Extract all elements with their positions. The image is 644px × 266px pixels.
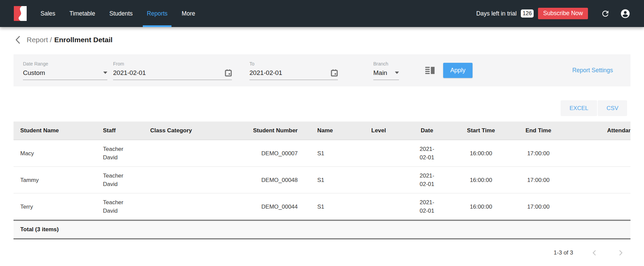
to-date-field[interactable]: To 2021-02-01 — [249, 61, 338, 80]
cell-student-name: Tammy — [14, 167, 96, 193]
export-csv-button[interactable]: CSV — [598, 100, 627, 116]
col-header-end-time: End Time — [510, 122, 567, 140]
calendar-icon — [225, 69, 232, 77]
cell-date: 2021-02-01 — [402, 167, 452, 193]
back-button[interactable] — [15, 36, 20, 44]
cell-date: 2021-02-01 — [402, 193, 452, 220]
table-row: Macy Teacher David DEMO_00007 S1 2021-02… — [14, 140, 630, 167]
table-row: Terry Teacher David DEMO_00044 S1 2021-0… — [14, 193, 630, 220]
total-label: Total (3 items) — [20, 226, 59, 233]
to-date-value: 2021-02-01 — [249, 69, 282, 77]
date-range-label: Date Range — [23, 61, 107, 66]
date-text: 2021-02-01 — [418, 145, 436, 162]
from-label: From — [113, 61, 232, 66]
table-total-row: Total (3 items) — [14, 220, 630, 239]
branch-field[interactable]: Branch Main — [373, 61, 399, 80]
branch-value: Main — [373, 69, 387, 77]
cell-attendance — [567, 193, 630, 220]
cell-name: S1 — [300, 167, 354, 193]
staff-text: Teacher David — [103, 145, 127, 162]
cell-level — [354, 167, 402, 193]
cell-student-name: Terry — [14, 193, 96, 220]
nav-item-label: Reports — [147, 10, 167, 17]
col-header-attendance: Attendance — [567, 122, 630, 140]
top-navbar: Sales Timetable Students Reports More Da… — [0, 0, 644, 27]
col-header-name: Name — [300, 122, 354, 140]
cell-staff: Teacher David — [96, 193, 143, 220]
cell-class-category — [143, 193, 203, 220]
cell-name: S1 — [300, 193, 354, 220]
list-panel-icon — [425, 66, 435, 74]
cell-start-time: 16:00:00 — [452, 140, 510, 167]
cell-attendance — [567, 140, 630, 167]
cell-name: S1 — [300, 140, 354, 167]
cell-staff: Teacher David — [96, 167, 143, 193]
date-range-field[interactable]: Date Range Custom — [23, 61, 107, 80]
cell-class-category — [143, 167, 203, 193]
date-text: 2021-02-01 — [418, 198, 436, 215]
cell-student-number: DEMO_00007 — [203, 140, 300, 167]
cell-end-time: 17:00:00 — [510, 193, 567, 220]
cell-attendance — [567, 167, 630, 193]
cell-student-number: DEMO_00044 — [203, 193, 300, 220]
report-settings-link[interactable]: Report Settings — [572, 67, 613, 74]
nav-item-label: Students — [109, 10, 133, 17]
account-circle-icon — [620, 8, 630, 19]
export-excel-button[interactable]: EXCEL — [561, 100, 597, 116]
cell-class-category — [143, 140, 203, 167]
cell-date: 2021-02-01 — [402, 140, 452, 167]
cell-end-time: 17:00:00 — [510, 140, 567, 167]
chevron-down-icon — [103, 72, 107, 74]
account-button[interactable] — [620, 8, 630, 19]
date-range-value: Custom — [23, 69, 45, 77]
enrollment-table: Student Name Staff Class Category Studen… — [14, 122, 630, 220]
refresh-button[interactable] — [601, 9, 610, 18]
brand-logo[interactable] — [12, 6, 28, 21]
apply-button[interactable]: Apply — [443, 63, 473, 78]
navbar-right: Days left in trial 126 Subscribe Now — [476, 8, 630, 19]
nav-item-label: Sales — [41, 10, 55, 17]
page-title: Enrollment Detail — [54, 36, 113, 44]
chevron-right-icon — [617, 249, 624, 257]
main-nav: Sales Timetable Students Reports More — [33, 0, 202, 27]
nav-item-students[interactable]: Students — [102, 0, 140, 27]
table-header-row: Student Name Staff Class Category Studen… — [14, 122, 630, 140]
col-header-class-category: Class Category — [143, 122, 203, 140]
nav-item-timetable[interactable]: Timetable — [62, 0, 102, 27]
date-text: 2021-02-01 — [418, 171, 436, 188]
to-label: To — [249, 61, 338, 66]
column-layout-button[interactable] — [425, 66, 435, 74]
nav-item-sales[interactable]: Sales — [33, 0, 62, 27]
nav-item-label: Timetable — [70, 10, 95, 17]
col-header-student-number: Student Number — [203, 122, 300, 140]
nav-item-more[interactable]: More — [175, 0, 202, 27]
chevron-left-icon — [591, 249, 598, 257]
pagination-next-button[interactable] — [617, 249, 624, 257]
col-header-start-time: Start Time — [452, 122, 510, 140]
cell-level — [354, 140, 402, 167]
staff-text: Teacher David — [103, 198, 127, 215]
cell-end-time: 17:00:00 — [510, 167, 567, 193]
nav-item-reports[interactable]: Reports — [140, 0, 175, 27]
cell-level — [354, 193, 402, 220]
cell-staff: Teacher David — [96, 140, 143, 167]
cell-start-time: 16:00:00 — [452, 167, 510, 193]
nav-item-label: More — [182, 10, 195, 17]
trial-days-label: Days left in trial — [476, 10, 517, 17]
trial-days-badge: 126 — [521, 9, 534, 18]
refresh-icon — [601, 9, 610, 18]
pagination-prev-button[interactable] — [591, 249, 598, 257]
pagination-range: 1-3 of 3 — [554, 249, 573, 256]
subscribe-now-button[interactable]: Subscribe Now — [538, 8, 588, 19]
cell-start-time: 16:00:00 — [452, 193, 510, 220]
from-date-field[interactable]: From 2021-02-01 — [113, 61, 232, 80]
col-header-level: Level — [354, 122, 402, 140]
calendar-icon — [331, 69, 338, 77]
cell-student-name: Macy — [14, 140, 96, 167]
chevron-down-icon — [395, 72, 399, 74]
breadcrumb-parent[interactable]: Report / — [27, 36, 52, 44]
col-header-date: Date — [402, 122, 452, 140]
staff-text: Teacher David — [103, 171, 127, 188]
breadcrumb: Report / Enrollment Detail — [15, 36, 630, 44]
from-date-value: 2021-02-01 — [113, 69, 146, 77]
